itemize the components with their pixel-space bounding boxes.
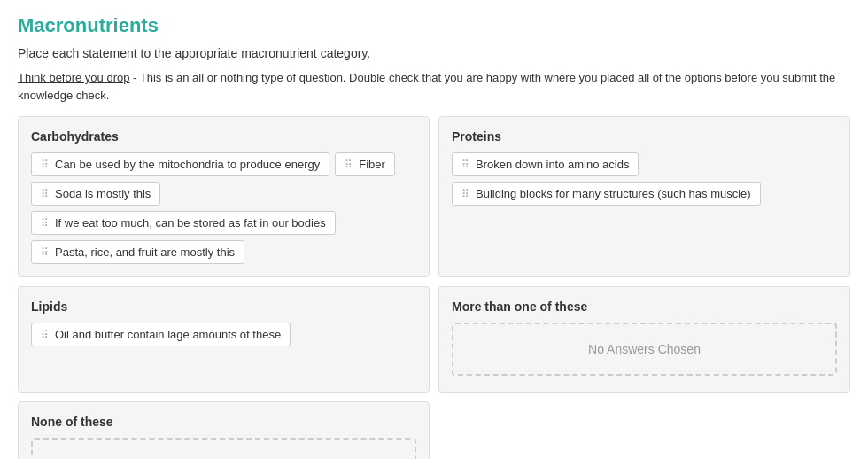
drag-handle-icon: ⠿ [345, 159, 353, 171]
chip-pasta[interactable]: ⠿ Pasta, rice, and fruit are mostly this [31, 240, 244, 264]
think-note: Think before you drop - This is an all o… [18, 69, 850, 104]
chip-fiber[interactable]: ⠿ Fiber [335, 152, 395, 176]
page-title: Macronutrients [18, 14, 850, 37]
drag-handle-icon: ⠿ [41, 329, 50, 341]
chip-mitochondria[interactable]: ⠿ Can be used by the mitochondria to pro… [31, 152, 329, 176]
category-title-carbohydrates: Carbohydrates [31, 129, 416, 144]
empty-placeholder [438, 401, 850, 459]
lipids-items: ⠿ Oil and butter contain lage amounts of… [31, 323, 416, 346]
intro-text: Place each statement to the appropriate … [18, 46, 850, 60]
second-row-grid: None of these No Answers Chosen [18, 401, 850, 459]
chip-oil-butter[interactable]: ⠿ Oil and butter contain lage amounts of… [31, 323, 291, 346]
category-lipids: Lipids ⠿ Oil and butter contain lage amo… [18, 286, 430, 393]
carbohydrates-items: ⠿ Can be used by the mitochondria to pro… [31, 152, 416, 264]
proteins-items: ⠿ Broken down into amino acids ⠿ Buildin… [452, 152, 837, 206]
chip-stored-fat[interactable]: ⠿ If we eat too much, can be stored as f… [31, 211, 336, 235]
category-title-more-than-one: More than one of these [452, 300, 837, 314]
no-answers-more-than-one[interactable]: No Answers Chosen [452, 323, 837, 376]
category-more-than-one: More than one of these No Answers Chosen [438, 286, 850, 393]
category-carbohydrates: Carbohydrates ⠿ Can be used by the mitoc… [18, 116, 430, 277]
chip-amino-acids[interactable]: ⠿ Broken down into amino acids [452, 152, 639, 176]
drag-handle-icon: ⠿ [461, 159, 470, 171]
chip-soda[interactable]: ⠿ Soda is mostly this [31, 182, 160, 206]
think-before-link[interactable]: Think before you drop [18, 71, 129, 84]
category-proteins: Proteins ⠿ Broken down into amino acids … [438, 116, 850, 277]
drag-handle-icon: ⠿ [461, 188, 470, 200]
chip-building-blocks[interactable]: ⠿ Building blocks for many structures (s… [452, 182, 761, 206]
drag-handle-icon: ⠿ [41, 217, 50, 230]
drag-handle-icon: ⠿ [41, 188, 50, 200]
drag-handle-icon: ⠿ [41, 159, 50, 171]
no-answers-none-of-these[interactable]: No Answers Chosen [31, 438, 416, 459]
category-title-proteins: Proteins [452, 129, 837, 144]
category-none-of-these: None of these No Answers Chosen [18, 401, 430, 459]
categories-grid: Carbohydrates ⠿ Can be used by the mitoc… [18, 116, 850, 393]
drag-handle-icon: ⠿ [41, 246, 50, 259]
category-title-none-of-these: None of these [31, 415, 416, 429]
category-title-lipids: Lipids [31, 300, 416, 314]
